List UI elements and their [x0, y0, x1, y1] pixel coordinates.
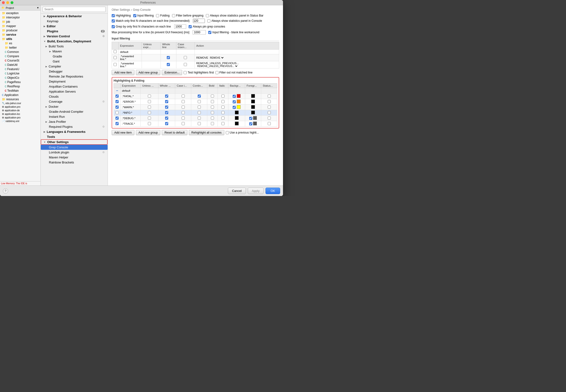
tree-item-loginuse[interactable]: CLoginUse [0, 71, 41, 76]
tree-item-interceptor[interactable]: 📁interceptor [0, 15, 41, 20]
h-trace-bold[interactable] [211, 122, 214, 125]
tree-item-application[interactable]: CApplication [0, 93, 41, 97]
h-fatal-case[interactable] [182, 95, 185, 98]
h-debug-italic[interactable] [222, 117, 224, 120]
highlight-row-default[interactable]: − default [114, 88, 277, 94]
nav-remote-jar[interactable]: Remote Jar Repositories [41, 74, 108, 79]
tree-item-service[interactable]: 📁service [0, 33, 41, 37]
nav-lombok[interactable]: Lombok plugin ⚙ [41, 150, 108, 155]
h-trace-italic[interactable] [222, 122, 224, 125]
h-warn-bg-cb[interactable] [233, 106, 236, 109]
always-show-stats-console-checkbox[interactable] [207, 19, 210, 23]
tree-item-testmain[interactable]: CTestMain [0, 89, 41, 93]
use-previous-highli-option[interactable]: Use a previous highli... [226, 131, 259, 134]
add-new-item-highlight-button[interactable]: Add new item [112, 130, 134, 135]
extension-button[interactable]: Extension... [162, 70, 182, 75]
h-debug-unless[interactable] [148, 117, 151, 120]
h-fatal-italic[interactable] [222, 95, 224, 98]
highlighting-checkbox[interactable] [112, 14, 115, 17]
highlight-row-error[interactable]: .*ERROR.* [114, 99, 277, 105]
h-error-bg-cb[interactable] [233, 100, 236, 103]
h-info-bold[interactable] [211, 111, 214, 114]
h-error-whole[interactable] [165, 100, 168, 103]
nav-debugger[interactable]: Debugger [41, 69, 108, 74]
nav-other-settings[interactable]: ▼ Other Settings [41, 139, 108, 145]
nav-app-servers[interactable]: Application Servers [41, 89, 108, 94]
always-show-stats-console-option[interactable]: Always show statistics panel in Console [207, 19, 262, 23]
h-trace-contin[interactable] [198, 122, 201, 125]
h-error-bold[interactable] [211, 100, 214, 103]
nav-build-exec[interactable]: ▼ Build, Execution, Deployment [41, 39, 108, 44]
tree-item-producer[interactable]: 📁producer [0, 28, 41, 33]
h-warn-contin[interactable] [198, 106, 201, 109]
tree-item-job[interactable]: 📁job [0, 20, 41, 24]
tree-item-resources[interactable]: 📁resources [0, 97, 41, 101]
h-warn-bold[interactable] [211, 106, 214, 109]
nav-gant[interactable]: Gant [41, 59, 108, 64]
nav-docker[interactable]: ▶ Docker [41, 104, 108, 109]
tree-item-coursest[interactable]: CCourseSt [0, 58, 41, 63]
nav-maven[interactable]: ▶ Maven [41, 49, 108, 54]
rehighlight-all-consoles-button[interactable]: Rehighlight all consoles [189, 130, 224, 135]
always-show-stats-statusbar-checkbox[interactable] [206, 14, 209, 17]
grep-by-first-n-checkbox[interactable] [112, 25, 115, 28]
h-info-status[interactable] [268, 111, 271, 114]
h-fatal-checkbox[interactable] [116, 95, 119, 98]
nav-java-profiler[interactable]: ▶ Java Profiler [41, 119, 108, 124]
filter-before-grepping-checkbox[interactable] [172, 14, 175, 17]
h-warn-whole[interactable] [165, 106, 168, 109]
close-button[interactable] [2, 1, 5, 4]
always-show-stats-statusbar-option[interactable]: Always show statistics panel in Status B… [206, 14, 263, 17]
nav-build-tools[interactable]: ▶ Build Tools [41, 44, 108, 49]
h-trace-unless[interactable] [148, 122, 151, 125]
filter-out-not-matched-option[interactable]: Filter out not matched line [215, 70, 253, 75]
h-debug-case[interactable] [182, 117, 185, 120]
h-fatal-contin[interactable] [198, 95, 201, 98]
test-highlighters-option[interactable]: Test highlighters first [184, 70, 214, 75]
tree-item-es[interactable]: 📁es [0, 41, 41, 45]
tree-item-edu[interactable]: 🔧edu.jiahui.cour [0, 101, 41, 105]
filter-row-default[interactable]: default [112, 50, 279, 54]
nav-plugins[interactable]: Plugins 2 [41, 29, 108, 34]
test-highlighters-checkbox[interactable] [184, 71, 187, 74]
highlighting-option[interactable]: Highlighting [112, 14, 131, 17]
nav-instant-run[interactable]: Instant Run [41, 114, 108, 119]
tree-item-utils[interactable]: 📁utils [0, 37, 41, 41]
h-trace-status[interactable] [268, 122, 271, 125]
nav-gradle[interactable]: Gradle [41, 54, 108, 59]
h-debug-bold[interactable] [211, 117, 214, 120]
input-filtering-blank-option[interactable]: Input filtering - blank line workaround [208, 31, 259, 34]
always-pin-grep-option[interactable]: Always pin grep consoles [189, 25, 225, 28]
filter-row-2-case-checkbox[interactable] [184, 63, 187, 66]
maximize-button[interactable] [11, 1, 14, 4]
h-error-italic[interactable] [222, 100, 224, 103]
input-filtering-blank-checkbox[interactable] [208, 31, 211, 34]
match-only-first-n-option[interactable]: Match only first N characters on each li… [112, 19, 190, 23]
h-error-checkbox[interactable] [116, 100, 119, 103]
tree-item-twitter[interactable]: 📁twitter [0, 45, 41, 50]
help-button[interactable]: ? [3, 188, 8, 194]
filter-row-1-whole-checkbox[interactable] [167, 56, 170, 59]
nav-maven-helper[interactable]: Maven Helper [41, 155, 108, 160]
add-new-group-highlight-button[interactable]: Add new group [136, 130, 161, 135]
always-pin-grep-checkbox[interactable] [189, 25, 192, 28]
tree-item-restres[interactable]: CRestResp [0, 84, 41, 89]
tree-item-dateutil[interactable]: CDateUtil [0, 63, 41, 67]
folding-checkbox[interactable] [156, 14, 159, 17]
tree-item-common[interactable]: CCommon [0, 50, 41, 54]
nav-version-control[interactable]: ▶ Version Control ⚙ [41, 34, 108, 39]
h-fatal-status[interactable] [268, 95, 271, 98]
h-error-status[interactable] [268, 100, 271, 103]
h-info-checkbox[interactable] [116, 111, 119, 114]
tree-item-pageresu[interactable]: CPageResu [0, 80, 41, 84]
h-debug-checkbox[interactable] [116, 117, 119, 120]
h-info-whole[interactable] [165, 111, 168, 114]
match-only-first-n-checkbox[interactable] [112, 19, 115, 23]
tree-item-rabbitmq[interactable]: 📄rabbitmq.xml [0, 119, 41, 123]
nav-rainbow-brackets[interactable]: Rainbow Brackets [41, 160, 108, 165]
nav-deployment[interactable]: Deployment [41, 79, 108, 84]
max-processing-input[interactable] [193, 30, 206, 34]
nav-required-plugins[interactable]: Required Plugins ⚙ [41, 124, 108, 129]
h-error-contin[interactable] [198, 100, 201, 103]
highlight-row-warn[interactable]: .*WARN.* [114, 105, 277, 110]
